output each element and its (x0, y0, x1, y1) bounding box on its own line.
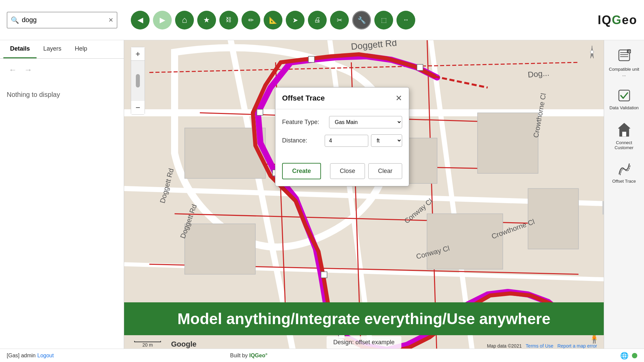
offset-trace-dialog: Offset Trace ✕ Feature Type: Gas Main Se… (275, 87, 409, 186)
tab-details[interactable]: Details (3, 40, 37, 58)
offset-trace-label: Offset Trace (612, 179, 636, 184)
nothing-to-display: Nothing to display (0, 81, 124, 109)
dialog-footer: Create Close Clear (275, 160, 409, 186)
nav-arrows: ← → (0, 59, 124, 81)
zoom-scroll[interactable] (131, 61, 145, 101)
svg-point-41 (590, 50, 594, 54)
dialog-header: Offset Trace ✕ (275, 87, 409, 109)
dialog-close-button[interactable]: ✕ (395, 94, 402, 103)
right-sidebar: ⚙ Compatible unit ... Data Validation (604, 40, 644, 362)
clear-button[interactable]: Clear (368, 163, 402, 179)
compatible-unit-tool[interactable]: ⚙ Compatible unit ... (606, 44, 643, 82)
data-validation-tool[interactable]: Data Validation (606, 84, 643, 116)
close-dialog-button[interactable]: Close (330, 163, 365, 179)
distance-row: Distance: ft m km (282, 134, 402, 147)
create-button[interactable]: Create (282, 163, 321, 179)
design-label: Design: offset example (327, 336, 401, 349)
svg-text:Dog...: Dog... (527, 68, 549, 79)
home-button[interactable]: ⌂ (175, 11, 194, 29)
connect-customer-tool[interactable]: Connect Customer (606, 117, 643, 156)
map-attribution-text: Map data ©2021 (487, 343, 522, 349)
tab-layers[interactable]: Layers (37, 40, 68, 58)
green-banner: Model anything/Integrate everything/Use … (124, 302, 604, 335)
scale-bar: 20 m (134, 341, 161, 348)
right-arrow[interactable]: → (22, 64, 34, 76)
map-area[interactable]: + − ‹ (124, 40, 604, 362)
dialog-body: Feature Type: Gas Main Service Line Valv… (275, 109, 409, 160)
svg-rect-25 (417, 64, 423, 70)
google-logo: Google (171, 340, 197, 349)
data-validation-icon (618, 89, 631, 104)
svg-rect-21 (478, 113, 538, 174)
print-button[interactable]: 🖨 (308, 11, 327, 29)
svg-text:⚙: ⚙ (628, 50, 631, 53)
iqgeo-ref: IQGeo° (249, 353, 267, 358)
svg-rect-22 (528, 188, 579, 249)
map-attribution: 20 m Google (134, 340, 197, 349)
link-button[interactable]: ⛓ (219, 11, 238, 29)
locate-button[interactable]: ➤ (286, 11, 305, 29)
svg-rect-26 (257, 109, 263, 115)
feature-type-select[interactable]: Gas Main Service Line Valve (329, 116, 402, 128)
zoom-thumb (136, 74, 140, 87)
compatible-unit-label: Compatible unit ... (607, 67, 641, 77)
connect-customer-label: Connect Customer (607, 140, 641, 150)
left-arrow[interactable]: ← (7, 64, 19, 76)
search-box: 🔍 ✕ (7, 12, 117, 28)
compass (584, 44, 600, 60)
compatible-unit-icon: ⚙ (618, 49, 631, 65)
svg-rect-50 (622, 132, 626, 136)
status-bar: [Gas] admin Logout Built by IQGeo° 🌐 (0, 349, 644, 362)
zoom-controls: + − (131, 47, 145, 115)
distance-label: Distance: (282, 137, 325, 144)
user-prefix: [Gas] admin (7, 353, 36, 359)
unit-select[interactable]: ft m km (371, 134, 402, 147)
svg-rect-19 (185, 224, 256, 275)
report-map-error-link[interactable]: Report a map error (557, 343, 597, 349)
close-search-icon[interactable]: ✕ (108, 16, 113, 24)
status-dot (632, 353, 637, 358)
bookmark-button[interactable]: ★ (197, 11, 216, 29)
zoom-in-button[interactable]: + (131, 47, 145, 61)
back-button[interactable]: ◀ (131, 11, 150, 29)
map-bottom-right: Map data ©2021 Terms of Use Report a map… (487, 343, 597, 349)
app-logo: IQGeo (598, 13, 637, 27)
edit-button[interactable]: ✏ (241, 11, 260, 29)
left-sidebar: Details Layers Help ← → Nothing to displ… (0, 40, 124, 362)
scale-label: 20 m (142, 342, 153, 348)
svg-rect-20 (427, 214, 503, 269)
dialog-title: Offset Trace (282, 94, 325, 103)
terms-of-use-link[interactable]: Terms of Use (526, 343, 553, 349)
logout-link[interactable]: Logout (37, 353, 54, 359)
offset-trace-tool[interactable]: Offset Trace (606, 157, 643, 189)
status-right: 🌐 (620, 352, 637, 360)
banner-text: Model anything/Integrate everything/Use … (177, 310, 550, 327)
tools-button[interactable]: 🔧 (352, 11, 371, 29)
zoom-out-button[interactable]: − (131, 101, 145, 114)
split-button[interactable]: ✂ (330, 11, 349, 29)
arrows-button[interactable]: ↔ (396, 11, 415, 29)
search-input[interactable] (22, 16, 108, 24)
data-validation-label: Data Validation (609, 105, 639, 111)
sidebar-tabs: Details Layers Help (0, 40, 124, 59)
feature-type-row: Feature Type: Gas Main Service Line Valv… (282, 116, 402, 128)
offset-trace-icon (618, 162, 631, 177)
feature-type-label: Feature Type: (282, 119, 329, 126)
tab-help[interactable]: Help (68, 40, 94, 58)
svg-rect-28 (321, 272, 327, 278)
search-icon: 🔍 (11, 16, 19, 24)
toolbar: 🔍 ✕ ◀ ▶ ⌂ ★ ⛓ ✏ 📐 ➤ 🖨 ✂ 🔧 ⬚ ↔ IQGeo (0, 0, 644, 40)
svg-rect-24 (308, 56, 314, 62)
globe-icon: 🌐 (620, 352, 629, 360)
main-layout: Details Layers Help ← → Nothing to displ… (0, 40, 644, 362)
forward-button[interactable]: ▶ (153, 11, 172, 29)
select-button[interactable]: ⬚ (374, 11, 393, 29)
collapse-sidebar-button[interactable]: ‹ (602, 201, 604, 215)
built-by: Built by IQGeo° (230, 353, 267, 359)
distance-input[interactable] (325, 135, 368, 147)
measure-button[interactable]: 📐 (264, 11, 282, 29)
connect-customer-icon (618, 122, 631, 138)
